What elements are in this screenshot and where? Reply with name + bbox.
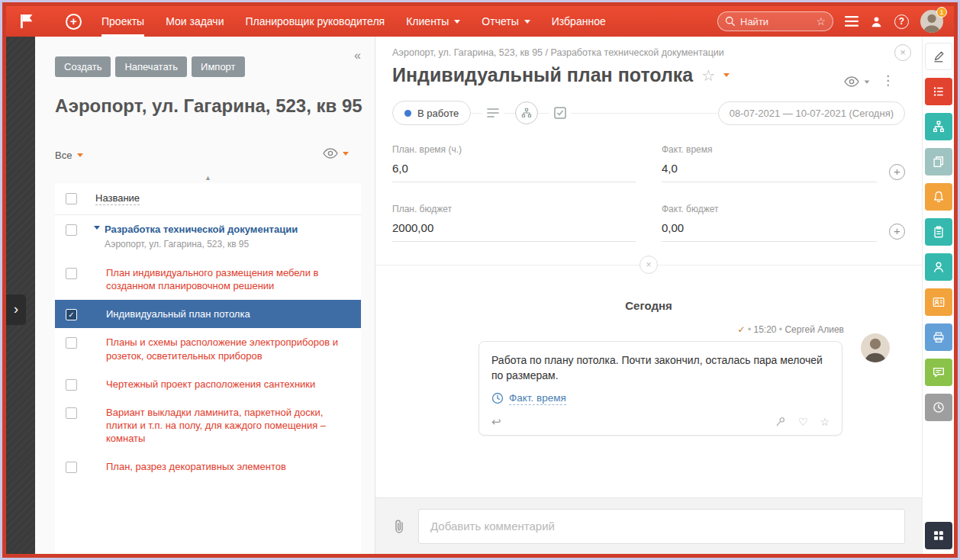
date-range[interactable]: 08-07-2021 — 10-07-2021 (Сегодня): [718, 101, 905, 125]
comment-input[interactable]: [418, 509, 905, 544]
nav-clients-label: Клиенты: [406, 6, 449, 37]
field-value[interactable]: 4,0: [662, 162, 877, 182]
task-list: Название Разработка технической документ…: [55, 183, 361, 554]
nav-planner[interactable]: Планировщик руководителя: [245, 6, 385, 37]
bookmark-star-icon[interactable]: [820, 416, 830, 428]
close-icon[interactable]: [894, 44, 911, 61]
add-fact-time-button[interactable]: [889, 164, 905, 180]
collapse-caret-icon[interactable]: [94, 226, 100, 230]
task-list-icon[interactable]: [925, 78, 952, 105]
quick-add-button[interactable]: [66, 14, 82, 30]
field-value[interactable]: 6,0: [392, 162, 636, 182]
task-row[interactable]: План индивидуального размещения мебели в…: [55, 259, 361, 300]
bell-icon[interactable]: [925, 183, 952, 211]
select-all-checkbox[interactable]: [66, 193, 77, 204]
comment-avatar[interactable]: [861, 333, 890, 362]
collapse-panel-icon[interactable]: [354, 49, 361, 63]
nav-projects-label: Проекты: [101, 6, 144, 37]
task-row[interactable]: Вариант выкладки ламинита, паркетной дос…: [55, 398, 361, 452]
planfix-logo-icon[interactable]: [17, 11, 37, 31]
avatar[interactable]: 1: [920, 10, 943, 33]
title-menu-caret-icon[interactable]: [723, 73, 730, 77]
menu-icon[interactable]: [845, 16, 859, 27]
comment-author[interactable]: Сергей Алиев: [777, 324, 844, 335]
topbar: Проекты Мои задачи Планировщик руководит…: [6, 6, 954, 37]
window-frame: Проекты Мои задачи Планировщик руководит…: [2, 2, 958, 558]
watch-dropdown[interactable]: [844, 76, 870, 87]
chevron-down-icon: [454, 20, 460, 24]
task-row-selected[interactable]: Индивидуальный план потолка: [55, 300, 361, 328]
field-value[interactable]: 0,00: [662, 221, 877, 242]
field-plan-time: План. время (ч.) 6,0: [392, 144, 636, 182]
field-value[interactable]: 2000,00: [392, 221, 636, 242]
comment-bubble: Работа по плану потолка. Почти закончил,…: [478, 341, 842, 436]
help-icon[interactable]: [894, 14, 909, 29]
reply-icon[interactable]: [491, 415, 501, 429]
nav-favorites[interactable]: Избранное: [552, 6, 606, 37]
task-checkbox[interactable]: [66, 462, 77, 473]
task-checkbox[interactable]: [66, 407, 77, 419]
view-settings-dropdown[interactable]: [323, 148, 349, 159]
task-checkbox[interactable]: [66, 379, 77, 391]
add-fact-budget-button[interactable]: [889, 224, 905, 240]
status-dot: [404, 110, 411, 117]
task-row[interactable]: Чертежный проект расположения сантехники: [55, 370, 361, 398]
sitemap-icon[interactable]: [925, 113, 952, 140]
nav-my-tasks-label: Мои задачи: [166, 6, 224, 37]
history-icon[interactable]: [925, 394, 952, 421]
column-header-name[interactable]: Название: [95, 192, 140, 205]
task-row-parent[interactable]: Разработка технической документации Аэро…: [55, 215, 361, 259]
task-title: Планы и схемы расположение электроприбор…: [95, 336, 347, 362]
task-checkbox[interactable]: [66, 309, 77, 320]
breadcrumb[interactable]: Аэропорт, ул. Гагарина, 523, кв 95 / Раз…: [392, 47, 905, 58]
list-header: Название: [55, 183, 361, 215]
task-list-panel: Создать Напечатать Импорт Аэропорт, ул. …: [35, 37, 375, 554]
comment-time: 15:20: [746, 324, 777, 335]
collapse-list-button[interactable]: [195, 173, 222, 183]
task-checkbox[interactable]: [66, 268, 77, 279]
chat-icon[interactable]: [925, 359, 952, 386]
expand-sidebar-button[interactable]: [6, 294, 26, 325]
pin-icon[interactable]: [775, 417, 786, 427]
chevron-down-icon: [77, 153, 83, 157]
task-title: Разработка технической документации: [95, 223, 298, 236]
edit-task-icon[interactable]: [925, 43, 952, 70]
dashboard-icon[interactable]: [925, 522, 952, 549]
task-row[interactable]: Планы и схемы расположение электроприбор…: [55, 328, 361, 369]
task-checkbox[interactable]: [66, 337, 77, 349]
printer-icon[interactable]: [925, 323, 952, 351]
task-checkbox[interactable]: [66, 224, 77, 236]
eye-icon: [323, 148, 338, 159]
process-scheme-icon[interactable]: [515, 101, 538, 124]
search-input[interactable]: [740, 16, 811, 27]
create-button[interactable]: Создать: [55, 56, 111, 77]
task-detail-panel: Аэропорт, ул. Гагарина, 523, кв 95 / Раз…: [375, 37, 922, 554]
task-subtitle: Аэропорт, ул. Гагарина, 523, кв 95: [95, 239, 298, 251]
person-search-icon[interactable]: [925, 253, 952, 281]
import-button[interactable]: Импорт: [192, 56, 244, 77]
nav-projects[interactable]: Проекты: [101, 6, 144, 37]
search-box: [717, 11, 833, 31]
attach-file-icon[interactable]: [392, 519, 406, 534]
status-selector[interactable]: В работе: [392, 101, 471, 125]
task-row[interactable]: План, разрез декоративных элементов: [55, 452, 361, 481]
print-button[interactable]: Напечатать: [115, 56, 187, 77]
filter-dropdown[interactable]: Все: [55, 150, 83, 161]
description-icon[interactable]: [482, 101, 504, 124]
notifications-person-icon[interactable]: [870, 15, 883, 28]
favorite-star-icon[interactable]: [701, 66, 715, 85]
copy-icon[interactable]: [925, 148, 952, 175]
checklist-icon[interactable]: [549, 101, 571, 124]
right-toolbar: [922, 37, 954, 554]
person-card-icon[interactable]: [925, 288, 952, 316]
like-heart-icon[interactable]: [798, 416, 808, 428]
favorite-search-star-icon[interactable]: [816, 15, 826, 27]
more-actions-icon[interactable]: [881, 72, 894, 89]
nav-reports[interactable]: Отчеты: [482, 6, 530, 37]
feed-day-label: Сегодня: [392, 299, 905, 312]
fact-time-link[interactable]: Факт. время: [491, 392, 566, 405]
clipboard-icon[interactable]: [925, 218, 952, 246]
nav-clients[interactable]: Клиенты: [406, 6, 460, 37]
comment-meta: 15:20Сергей Алиев: [392, 324, 844, 335]
nav-my-tasks[interactable]: Мои задачи: [166, 6, 224, 37]
